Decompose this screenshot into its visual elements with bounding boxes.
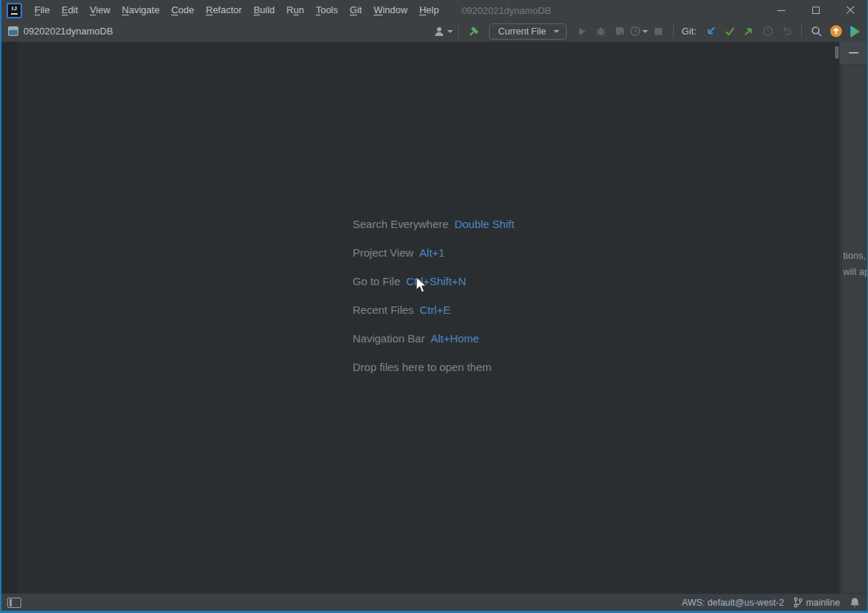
statusbar-right: AWS: default@us-west-2 mainline xyxy=(682,597,860,608)
clipped-notification-text: tions, will ap xyxy=(843,248,867,280)
close-icon xyxy=(846,6,855,15)
titlebar: IJ FileEditViewNavigateCodeRefactorBuild… xyxy=(1,0,867,21)
debug-button[interactable] xyxy=(592,23,611,40)
menu-run[interactable]: Run xyxy=(281,0,310,21)
logo-text: IJ xyxy=(12,6,18,12)
splitter-handle[interactable] xyxy=(835,46,839,59)
maximize-icon xyxy=(812,7,820,14)
git-branch-icon xyxy=(793,597,803,608)
hint-label: Go to File xyxy=(353,275,400,287)
menu-build[interactable]: Build xyxy=(248,0,281,21)
menu-edit[interactable]: Edit xyxy=(56,0,84,21)
menu-code[interactable]: Code xyxy=(166,0,200,21)
hint-label: Project View xyxy=(353,246,413,259)
hint-shortcut: Alt+Home xyxy=(430,332,479,345)
project-name: 09202021dynamoDB xyxy=(23,26,113,37)
arrow-down-left-icon xyxy=(705,26,716,37)
aws-connection-widget[interactable]: AWS: default@us-west-2 xyxy=(682,598,784,608)
hammer-icon xyxy=(468,26,479,37)
toolbar-separator xyxy=(801,25,802,38)
main-area: Search EverywhereDouble ShiftProject Vie… xyxy=(1,42,867,593)
build-button[interactable] xyxy=(464,23,483,40)
clipped-line: will ap xyxy=(843,264,867,280)
stop-button[interactable] xyxy=(649,23,668,40)
tool-window-stripe-left[interactable] xyxy=(1,42,18,593)
menu-window[interactable]: Window xyxy=(368,0,413,21)
maximize-button[interactable] xyxy=(798,0,833,21)
toolbar-actions: Current File xyxy=(434,23,864,40)
hint-row: Recent FilesCtrl+E xyxy=(353,304,515,320)
right-tool-window-body: tions, will ap xyxy=(839,65,867,593)
menu-view[interactable]: View xyxy=(84,0,116,21)
project-icon xyxy=(8,26,18,36)
menu-refactor[interactable]: Refactor xyxy=(200,0,248,21)
notifications-bell-icon[interactable] xyxy=(850,597,860,608)
window-controls xyxy=(764,0,867,21)
user-icon xyxy=(434,26,446,37)
hint-row: Go to FileCtrl+Shift+N xyxy=(353,275,515,291)
menu-file[interactable]: File xyxy=(29,0,56,21)
clock-icon xyxy=(762,26,773,37)
menu-git[interactable]: Git xyxy=(344,0,368,21)
coverage-button[interactable] xyxy=(611,23,630,40)
right-tool-window: tions, will ap xyxy=(839,42,867,593)
run-config-dropdown[interactable]: Current File xyxy=(489,23,566,40)
intellij-logo-icon: IJ xyxy=(7,3,22,18)
profiler-icon xyxy=(630,26,641,37)
git-push-button[interactable] xyxy=(739,23,758,40)
search-icon xyxy=(811,26,823,37)
close-button[interactable] xyxy=(833,0,867,21)
git-branch-widget[interactable]: mainline xyxy=(793,597,840,608)
hint-row: Project ViewAlt+1 xyxy=(353,246,515,263)
git-rollback-button[interactable] xyxy=(777,23,796,40)
profile-button[interactable] xyxy=(434,23,453,40)
colorful-plugin-icon xyxy=(848,25,861,38)
search-everywhere-button[interactable] xyxy=(807,23,826,40)
hide-icon xyxy=(849,52,858,54)
arrow-up-right-icon xyxy=(743,26,754,37)
play-icon xyxy=(577,26,587,37)
clipped-line: tions, xyxy=(843,248,867,264)
ide-window: IJ FileEditViewNavigateCodeRefactorBuild… xyxy=(0,0,868,613)
run-button[interactable] xyxy=(573,23,592,40)
git-branch-name: mainline xyxy=(806,598,840,608)
logo-underline xyxy=(11,13,18,15)
minimize-button[interactable] xyxy=(764,0,798,21)
statusbar-left xyxy=(7,598,21,608)
plugin-logo-button[interactable] xyxy=(845,23,864,40)
hint-label: Search Everywhere xyxy=(353,218,449,230)
hint-shortcut: Alt+1 xyxy=(419,246,445,259)
editor-surface[interactable]: Search EverywhereDouble ShiftProject Vie… xyxy=(18,42,839,593)
project-widget[interactable]: 09202021dynamoDB xyxy=(8,26,113,37)
menu-help[interactable]: Help xyxy=(413,0,445,21)
hint-shortcut: Double Shift xyxy=(455,218,515,230)
stop-icon xyxy=(654,27,663,36)
toolbar: 09202021dynamoDB Curre xyxy=(1,21,867,42)
git-history-button[interactable] xyxy=(758,23,777,40)
coverage-icon xyxy=(614,26,625,37)
menu-navigate[interactable]: Navigate xyxy=(116,0,165,21)
minimize-icon xyxy=(777,10,785,11)
toolbar-separator xyxy=(458,25,459,38)
ide-update-button[interactable] xyxy=(826,23,845,40)
update-badge-icon xyxy=(830,25,842,37)
menu-tools[interactable]: Tools xyxy=(310,0,344,21)
chevron-down-icon xyxy=(553,30,559,33)
hint-row: Navigation BarAlt+Home xyxy=(353,332,515,348)
run-config-label: Current File xyxy=(498,26,545,37)
hint-label: Recent Files xyxy=(353,304,413,316)
git-commit-button[interactable] xyxy=(720,23,739,40)
profiler-button[interactable] xyxy=(630,23,649,40)
git-label: Git: xyxy=(682,26,696,37)
chevron-down-icon xyxy=(447,30,453,33)
right-tool-window-header xyxy=(839,42,867,65)
hide-panel-button[interactable] xyxy=(846,45,861,60)
drop-files-hint: Drop files here to open them xyxy=(353,361,515,377)
tool-window-toggle-icon[interactable] xyxy=(7,598,21,608)
chevron-down-icon xyxy=(642,30,648,33)
bug-icon xyxy=(595,26,606,37)
toolbar-separator xyxy=(673,25,674,38)
hint-shortcut: Ctrl+E xyxy=(419,304,450,316)
undo-icon xyxy=(781,26,792,37)
git-update-button[interactable] xyxy=(701,23,720,40)
